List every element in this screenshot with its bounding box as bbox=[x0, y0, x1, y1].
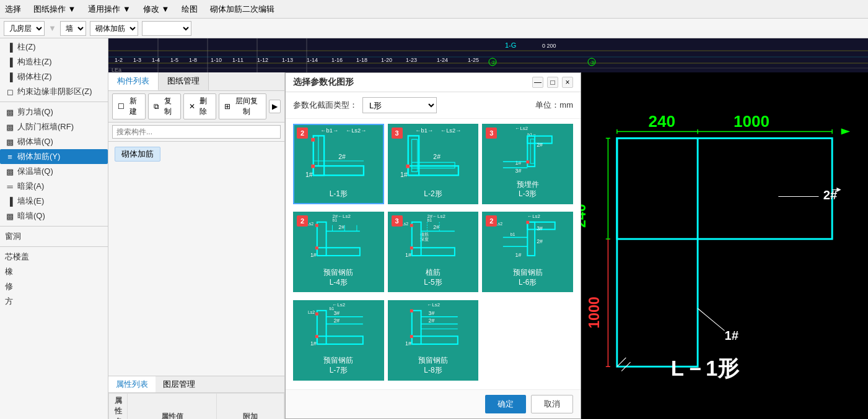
svg-text:1-5: 1-5 bbox=[170, 57, 178, 63]
layer-manage-tab[interactable]: 图层管理 bbox=[156, 376, 203, 392]
svg-text:Ls2: Ls2 bbox=[496, 222, 502, 226]
sidebar-item-xiang[interactable]: 橡 bbox=[0, 264, 108, 279]
sidebar-item-column[interactable]: ▐ 柱(Z) bbox=[0, 40, 108, 54]
shape-L3[interactable]: 3 ←Ls2 b1→ 2# 1# 3# bbox=[482, 124, 573, 204]
svg-rect-138 bbox=[617, 138, 832, 239]
second-toolbar: 几房层 ▼ 墙 砌体加筋 bbox=[0, 19, 868, 38]
svg-text:1-G: 1-G bbox=[505, 41, 516, 49]
sidebar-item-shear-wall[interactable]: ▩ 剪力墙(Q) bbox=[0, 105, 108, 119]
sidebar-item-window-hole[interactable]: 窗洞 bbox=[0, 229, 108, 244]
svg-text:←Ls2: ←Ls2 bbox=[528, 214, 541, 219]
masonry-rebar-select[interactable]: 砌体加筋 bbox=[90, 21, 138, 36]
svg-text:L－1形: L－1形 bbox=[671, 356, 740, 380]
toolbar-general-ops[interactable]: 通用操作 ▼ bbox=[88, 4, 130, 15]
extra-select[interactable] bbox=[142, 21, 191, 36]
search-input[interactable] bbox=[112, 125, 281, 139]
toolbar-select-item[interactable]: 选择 bbox=[5, 4, 21, 15]
sidebar-item-xiu[interactable]: 修 bbox=[0, 279, 108, 294]
type-select[interactable]: L形 T形 一字形 Z形 bbox=[362, 97, 437, 113]
column-icon: ▐ bbox=[5, 42, 15, 52]
svg-rect-73 bbox=[315, 247, 318, 250]
close-btn[interactable]: × bbox=[562, 77, 573, 88]
sidebar-divider-2 bbox=[0, 226, 108, 227]
shape-L4[interactable]: 2 2#←Ls2 Ls2 2# 1# b1 bbox=[293, 212, 384, 292]
cancel-button[interactable]: 取消 bbox=[531, 395, 573, 413]
shape-L5-num: 3 bbox=[392, 215, 403, 227]
attr-col-name: 属性名称 bbox=[109, 394, 128, 420]
svg-rect-99 bbox=[527, 221, 530, 224]
shape-grid: 2 ←b1→ ←Ls2→ Ls2 2# 1# bbox=[286, 119, 581, 389]
unit-label: 单位：mm bbox=[535, 100, 573, 111]
attr-table: 属性名称 属性值 附加 1 bbox=[108, 393, 284, 419]
sidebar-divider-1 bbox=[0, 102, 108, 102]
type-selection-row: 参数化截面类型： L形 T形 一字形 Z形 单位：mm bbox=[286, 92, 581, 119]
toolbar-secondary-edit[interactable]: 砌体加筋二次编辑 bbox=[210, 4, 274, 15]
svg-text:1-14: 1-14 bbox=[307, 57, 318, 63]
blueprint-svg: 1-2 1-3 1-4 1-5 1-8 1-10 1-11 1-12 1-13 … bbox=[108, 38, 868, 72]
svg-rect-47 bbox=[411, 162, 455, 168]
minimize-btn[interactable]: — bbox=[532, 77, 543, 88]
shape-L7-svg: ←Ls2 Ls2 3# 2# 1# b1 bbox=[294, 301, 383, 356]
svg-text:1#: 1# bbox=[305, 171, 313, 178]
sidebar-item-masonry-wall[interactable]: ▩ 砌体墙(Q) bbox=[0, 134, 108, 149]
wall-select[interactable]: 墙 bbox=[60, 21, 86, 36]
sidebar-item-insulation-wall[interactable]: ▩ 保温墙(Q) bbox=[0, 164, 108, 179]
shape-L1[interactable]: 2 ←b1→ ←Ls2→ Ls2 2# 1# bbox=[293, 124, 384, 204]
svg-text:1-8: 1-8 bbox=[189, 57, 197, 63]
panel-tabs: 构件列表 图纸管理 bbox=[108, 72, 284, 91]
svg-text:1-18: 1-18 bbox=[356, 57, 367, 63]
svg-text:2#: 2# bbox=[333, 317, 340, 323]
sidebar-item-civil-door[interactable]: ▩ 人防门框墙(RF) bbox=[0, 119, 108, 134]
shape-L8[interactable]: ←Ls2 3# 2# 1# 预留钢筋L-8形 bbox=[388, 300, 479, 381]
attr-list-tab[interactable]: 属性列表 bbox=[108, 376, 156, 392]
delete-btn[interactable]: ✕ 删除 bbox=[183, 93, 216, 119]
floor-select[interactable]: 几房层 bbox=[4, 21, 45, 36]
sidebar-item-wall-buttress[interactable]: ▐ 墙垛(E) bbox=[0, 194, 108, 209]
svg-rect-65 bbox=[317, 248, 360, 256]
maximize-btn[interactable]: □ bbox=[547, 77, 558, 88]
shape-L6[interactable]: 2 ←Ls2 Ls2 3# 2# 1# b1 bbox=[482, 212, 573, 292]
toolbar-draw[interactable]: 绘图 bbox=[182, 4, 198, 15]
shape-L5-label: 植筋L-5形 bbox=[424, 268, 442, 287]
svg-text:1-10: 1-10 bbox=[211, 57, 222, 63]
svg-text:3#: 3# bbox=[537, 225, 543, 231]
sidebar-item-masonry-rebar[interactable]: ≡ 砌体加筋(Y) bbox=[0, 149, 108, 164]
dialog-header: 选择参数化图形 — □ × bbox=[286, 73, 581, 92]
left-sidebar: ▐ 柱(Z) ▐ 构造柱(Z) ▐ 砌体柱(Z) ◻ 约束边缘非阴影区(Z) ▩… bbox=[0, 38, 108, 419]
drawing-manage-tab[interactable]: 图纸管理 bbox=[159, 72, 209, 90]
sidebar-item-masonry-column[interactable]: ▐ 砌体柱(Z) bbox=[0, 69, 108, 84]
svg-text:1-4: 1-4 bbox=[152, 57, 160, 63]
svg-text:1#: 1# bbox=[310, 252, 317, 258]
sidebar-item-fang[interactable]: 方 bbox=[0, 294, 108, 309]
sidebar-item-construct-column[interactable]: ▐ 构造柱(Z) bbox=[0, 54, 108, 69]
copy-btn[interactable]: ⧉ 复制 bbox=[148, 93, 180, 119]
shape-L2[interactable]: 3 ←b1→ ←Ls2→ 2# 1# L-2形 bbox=[388, 124, 479, 204]
dialog-footer: 确定 取消 bbox=[286, 389, 581, 418]
floor-copy-btn[interactable]: ⊞ 层间复制 bbox=[219, 93, 266, 119]
sidebar-divider-3 bbox=[0, 246, 108, 247]
sidebar-item-hidden-beam[interactable]: ═ 暗梁(A) bbox=[0, 179, 108, 194]
svg-text:2#: 2# bbox=[537, 142, 543, 148]
sidebar-item-hidden-wall[interactable]: ▩ 暗墙(Q) bbox=[0, 209, 108, 223]
sidebar-item-constrained-zone[interactable]: ◻ 约束边缘非阴影区(Z) bbox=[0, 84, 108, 99]
shape-L8-svg: ←Ls2 3# 2# 1# bbox=[389, 301, 478, 356]
toolbar-drawing-ops[interactable]: 图纸操作 ▼ bbox=[33, 4, 76, 15]
svg-text:2#: 2# bbox=[823, 188, 838, 202]
new-btn[interactable]: ☐ 新建 bbox=[112, 93, 146, 119]
attr-tabs: 属性列表 图层管理 bbox=[108, 376, 284, 393]
shape-L7[interactable]: ←Ls2 Ls2 3# 2# 1# b1 预留钢筋L-7 bbox=[293, 300, 384, 381]
toolbar-modify[interactable]: 修改 ▼ bbox=[143, 4, 169, 15]
left-panel: 构件列表 图纸管理 ☐ 新建 ⧉ 复制 ✕ 删除 ⊞ 层 bbox=[108, 72, 285, 419]
component-list-tab[interactable]: 构件列表 bbox=[108, 72, 159, 90]
shape-L2-label: L-2形 bbox=[424, 189, 442, 199]
svg-text:1-2: 1-2 bbox=[115, 57, 123, 63]
shear-wall-icon: ▩ bbox=[5, 107, 15, 117]
more-btn[interactable]: ▶ bbox=[269, 100, 281, 113]
shape-L5[interactable]: 3 2#←Ls2 Ls2 植筋 深度 1# 2# bbox=[388, 212, 479, 292]
svg-rect-114 bbox=[411, 336, 457, 344]
svg-rect-87 bbox=[410, 247, 413, 250]
floor-copy-icon: ⊞ bbox=[224, 102, 230, 111]
svg-text:1#: 1# bbox=[515, 160, 522, 166]
sidebar-item-core-slab[interactable]: 芯楼盖 bbox=[0, 249, 108, 264]
confirm-button[interactable]: 确定 bbox=[485, 395, 526, 413]
